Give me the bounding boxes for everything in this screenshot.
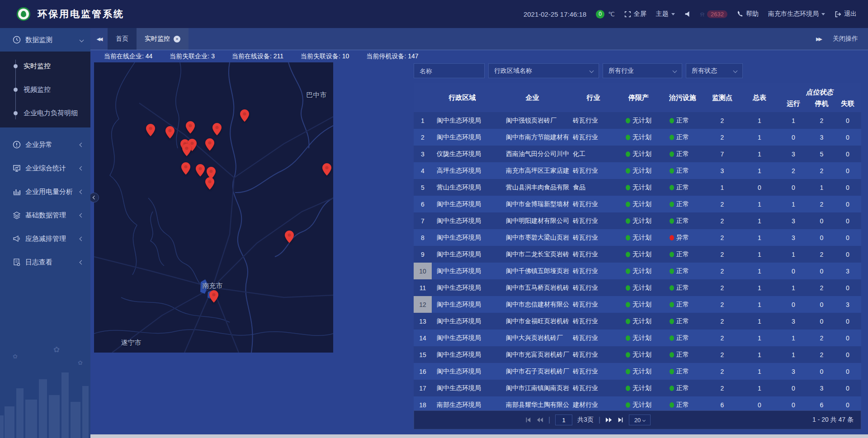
sidebar-item-base-data-management[interactable]: 基础数据管理	[0, 203, 90, 227]
speaker-icon	[684, 11, 691, 17]
row-region: 阆中生态环境局	[432, 229, 493, 246]
row-lost-count: 0	[834, 162, 861, 179]
row-limit-status: 无计划	[615, 246, 662, 263]
tab-realtime-monitor[interactable]: 实时监控 ×	[137, 28, 189, 50]
table-row[interactable]: 2阆中生态环境局阆中市南方节能建材有砖瓦行业无计划正常21030	[414, 129, 861, 146]
table-row[interactable]: 14阆中生态环境局阆中大兴页岩机砖厂砖瓦行业无计划正常21120	[414, 330, 861, 346]
map-pin-icon[interactable]	[322, 163, 332, 176]
map-pin-icon[interactable]	[212, 122, 222, 136]
sidebar-item-log-view[interactable]: 日志查看	[0, 250, 90, 274]
table-row[interactable]: 15阆中生态环境局阆中市光富页岩机砖厂砖瓦行业无计划正常21120	[414, 346, 861, 363]
table-row[interactable]: 3仪陇生态环境局西南油气田分公司川中化工无计划正常71350	[414, 146, 861, 162]
row-monitor-count: 2	[703, 263, 741, 279]
sound-button[interactable]	[684, 11, 691, 17]
row-index: 3	[414, 146, 432, 162]
map-pin-icon[interactable]	[165, 126, 175, 139]
table-row[interactable]: 7阆中生态环境局阆中明阳建材有限公司砖瓦行业无计划正常21300	[414, 212, 861, 229]
table-row[interactable]: 11阆中生态环境局阆中市五马桥页岩机砖砖瓦行业无计划正常21120	[414, 279, 861, 296]
next-page-button[interactable]	[605, 417, 613, 423]
table-row[interactable]: 4高坪生态环境局南充市高坪区王家店建砖瓦行业无计划正常31220	[414, 162, 861, 179]
row-industry: 砖瓦行业	[572, 229, 615, 246]
theme-dropdown[interactable]: 主题	[656, 10, 675, 18]
sidebar-item-power-usage-analysis[interactable]: 企业用电量分析	[0, 180, 90, 203]
org-dropdown[interactable]: 南充市生态环境局	[768, 10, 825, 18]
table-row[interactable]: 5营山生态环境局营山县润丰肉食品有限食品无计划正常10010	[414, 179, 861, 196]
row-company: 阆中市二龙长宝页岩砖	[493, 246, 572, 263]
row-lost-count: 0	[834, 112, 861, 129]
first-page-button[interactable]	[525, 417, 531, 423]
status-filter-select[interactable]: 所有状态	[686, 63, 743, 78]
notifications-button[interactable]: ⍾ 2632	[700, 10, 727, 18]
page-number-input[interactable]	[555, 414, 572, 425]
map-pin-icon[interactable]	[284, 230, 294, 244]
horizontal-scrollbar[interactable]	[90, 434, 868, 438]
map-pin-icon[interactable]	[195, 164, 205, 177]
map-pin-icon[interactable]	[146, 123, 156, 137]
sidebar-item-video-monitor[interactable]: 视频监控	[0, 78, 90, 101]
status-dot-icon	[670, 268, 674, 274]
last-page-button[interactable]	[618, 417, 624, 423]
map-pin-icon[interactable]	[181, 162, 191, 175]
fullscreen-button[interactable]: 全屏	[624, 10, 646, 18]
sidebar-item-power-load-detail[interactable]: 企业电力负荷明细	[0, 101, 90, 125]
table-row[interactable]: 17阆中生态环境局阆中市江南镇阆南页岩砖瓦行业无计划正常21030	[414, 380, 861, 396]
map-panel[interactable]: 巴中市南充市遂宁市	[94, 62, 333, 353]
status-dot-icon	[626, 302, 630, 307]
row-monitor-count: 2	[703, 330, 741, 346]
sidebar-item-enterprise-statistics[interactable]: 企业综合统计	[0, 156, 90, 180]
row-monitor-count: 2	[703, 313, 741, 330]
table-row[interactable]: 8阆中生态环境局阆中市枣碧大梁山页岩砖瓦行业无计划异常21300	[414, 229, 861, 246]
page-size-select[interactable]: 20	[629, 414, 651, 425]
industry-filter-select[interactable]: 所有行业	[603, 63, 682, 78]
close-operations-button[interactable]: 关闭操作	[833, 35, 858, 43]
row-limit-status: 无计划	[615, 196, 662, 212]
map-city-label: 巴中市	[307, 91, 327, 99]
table-row[interactable]: 9阆中生态环境局阆中市二龙长宝页岩砖砖瓦行业无计划正常21120	[414, 246, 861, 263]
row-region: 阆中生态环境局	[432, 346, 493, 363]
map-pin-icon[interactable]	[209, 290, 219, 303]
map-pin-icon[interactable]	[240, 109, 250, 122]
sidebar-item-data-monitoring[interactable]: 数据监测	[0, 28, 90, 52]
tabs-scroll-left-button[interactable]: ◀◀	[90, 28, 108, 50]
tab-home[interactable]: 首页	[108, 28, 137, 50]
row-index: 8	[414, 229, 432, 246]
sidebar-item-emergency-reduction[interactable]: 应急减排管理	[0, 227, 90, 250]
sidebar-item-realtime-monitor[interactable]: 实时监控	[0, 54, 90, 78]
close-icon[interactable]: ×	[174, 36, 180, 42]
chevron-down-icon	[590, 69, 594, 73]
row-industry: 化工	[572, 146, 615, 162]
table-row[interactable]: 10阆中生态环境局阆中千佛镇五郎垭页岩砖瓦行业无计划正常21003	[414, 263, 861, 279]
map-pin-icon[interactable]	[205, 177, 215, 190]
table-row[interactable]: 1阆中生态环境局阆中强锐页岩砖厂砖瓦行业无计划正常21120	[414, 112, 861, 129]
table-row[interactable]: 16阆中生态环境局阆中市石子页岩机砖厂砖瓦行业无计划正常21300	[414, 363, 861, 380]
table-row[interactable]: 18南部生态环境局南部县耀华土陶有限公建材行业无计划正常60060	[414, 396, 861, 410]
col-industry: 行业	[572, 83, 615, 112]
row-region: 阆中生态环境局	[432, 296, 493, 313]
header-toolbar: 2021-02-25 17:46:18 0 ℃ 全屏 主题 ⍾ 2632	[524, 10, 868, 19]
table-row[interactable]: 13阆中生态环境局阆中市金福旺页岩机砖砖瓦行业无计划正常21300	[414, 313, 861, 330]
prev-page-button[interactable]	[536, 417, 543, 423]
name-filter-input[interactable]	[414, 63, 485, 78]
table-row[interactable]: 6阆中生态环境局阆中市金博瑞新型墙材砖瓦行业无计划正常21120	[414, 196, 861, 212]
sidebar-item-enterprise-anomaly[interactable]: 企业异常	[0, 133, 90, 156]
map-pin-icon[interactable]	[185, 121, 195, 134]
row-facility-status: 正常	[662, 396, 703, 410]
row-monitor-count: 2	[703, 363, 741, 380]
map-pin-icon[interactable]	[205, 138, 215, 151]
row-run-count: 0	[778, 380, 809, 396]
row-facility-status: 正常	[662, 212, 703, 229]
map-collapse-button[interactable]	[89, 193, 99, 203]
row-run-count: 1	[778, 112, 809, 129]
tab-actions: ▶▶ 关闭操作	[816, 28, 868, 50]
table-row[interactable]: 12阆中生态环境局阆中市忠信建材有限公砖瓦行业无计划正常21003	[414, 296, 861, 313]
region-filter-select[interactable]: 行政区域名称	[488, 63, 599, 78]
tabs-scroll-right-button[interactable]: ▶▶	[816, 36, 821, 42]
notification-count-badge: 2632	[707, 10, 727, 18]
help-button[interactable]: 帮助	[737, 10, 759, 18]
map-pin-icon[interactable]	[182, 143, 192, 157]
temperature-badge: 0	[596, 10, 604, 19]
logout-button[interactable]: 退出	[835, 10, 857, 18]
chevron-left-icon	[80, 166, 84, 170]
row-stop-count: 2	[809, 279, 834, 296]
row-company: 阆中市石子页岩机砖厂	[493, 363, 572, 380]
